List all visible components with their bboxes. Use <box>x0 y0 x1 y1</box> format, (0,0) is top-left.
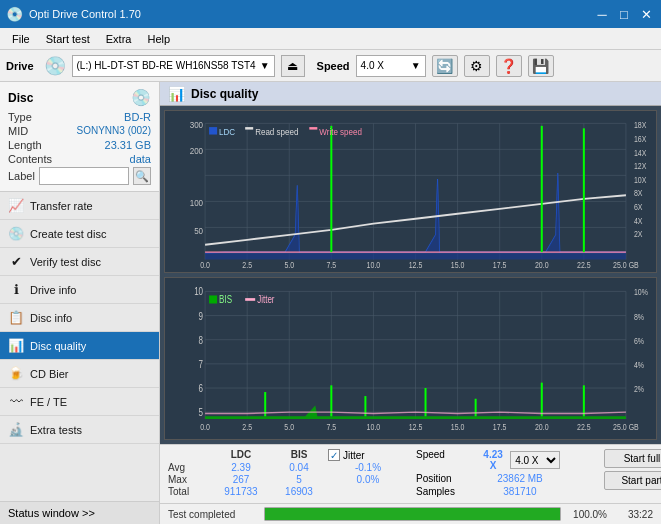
fe-te-icon: 〰 <box>8 394 24 409</box>
avg-bis: 0.04 <box>274 462 324 473</box>
svg-text:10: 10 <box>194 285 203 297</box>
svg-text:20.0: 20.0 <box>535 261 549 271</box>
sidebar-item-fe-te[interactable]: 〰 FE / TE <box>0 388 159 416</box>
window-controls: ─ □ ✕ <box>593 5 655 23</box>
avg-label: Avg <box>168 462 208 473</box>
stats-area: LDC BIS ✓ Jitter Avg 2.39 0.04 -0.1% Max… <box>160 444 661 503</box>
sidebar-item-drive-info[interactable]: ℹ Drive info <box>0 276 159 304</box>
jitter-checkbox[interactable]: ✓ <box>328 449 340 461</box>
sidebar-item-disc-quality[interactable]: 📊 Disc quality <box>0 332 159 360</box>
status-window-button[interactable]: Status window >> <box>0 501 159 524</box>
progress-fill <box>265 508 560 520</box>
samples-label: Samples <box>416 486 476 497</box>
action-buttons: Start full Start part <box>560 449 661 490</box>
svg-rect-50 <box>309 127 317 129</box>
sidebar-item-transfer-rate[interactable]: 📈 Transfer rate <box>0 192 159 220</box>
disc-info-icon: 📋 <box>8 310 24 325</box>
speed-selector[interactable]: 4.0 X ▼ <box>356 55 426 77</box>
stats-bis-header: BIS <box>274 449 324 461</box>
start-full-button[interactable]: Start full <box>604 449 661 468</box>
progress-time: 33:22 <box>613 509 653 520</box>
avg-ldc: 2.39 <box>212 462 270 473</box>
progress-row: Test completed 100.0% 33:22 <box>160 503 661 524</box>
svg-text:0.0: 0.0 <box>200 261 210 271</box>
svg-text:2.5: 2.5 <box>242 422 252 432</box>
svg-rect-52 <box>165 278 656 439</box>
total-bis: 16903 <box>274 486 324 497</box>
drive-value: (L:) HL-DT-ST BD-RE WH16NS58 TST4 <box>77 60 256 71</box>
sidebar-item-create-test-disc[interactable]: 💿 Create test disc <box>0 220 159 248</box>
position-label: Position <box>416 473 476 484</box>
svg-text:22.5: 22.5 <box>577 261 591 271</box>
total-ldc: 911733 <box>212 486 270 497</box>
disc-label: Disc <box>8 91 33 105</box>
ldc-chart: 300 200 100 50 18X 16X 14X 12X 10X 8X 6X… <box>164 110 657 273</box>
speed-label: Speed <box>317 60 350 72</box>
status-window-label: Status window >> <box>8 507 95 519</box>
speed-stat-val: 4.23 X 4.0 X 2.0 X MAX <box>480 449 560 471</box>
progress-percent: 100.0% <box>567 509 607 520</box>
help-button[interactable]: ❓ <box>496 55 522 77</box>
svg-text:300: 300 <box>190 120 203 131</box>
disc-length-row: Length 23.31 GB <box>8 139 151 151</box>
menu-extra[interactable]: Extra <box>98 31 140 47</box>
svg-text:7.5: 7.5 <box>326 261 336 271</box>
speed-combo[interactable]: 4.0 X 2.0 X MAX <box>510 451 560 469</box>
samples-val: 381710 <box>480 486 560 497</box>
menu-help[interactable]: Help <box>139 31 178 47</box>
eject-button[interactable]: ⏏ <box>281 55 305 77</box>
jitter-checkbox-row[interactable]: ✓ Jitter <box>328 449 408 461</box>
progress-status: Test completed <box>168 509 258 520</box>
refresh-button[interactable]: 🔄 <box>432 55 458 77</box>
max-jitter: 0.0% <box>328 474 408 485</box>
settings-button[interactable]: ⚙ <box>464 55 490 77</box>
sidebar: Disc 💿 Type BD-R MID SONYNN3 (002) Lengt… <box>0 82 160 524</box>
max-ldc: 267 <box>212 474 270 485</box>
minimize-button[interactable]: ─ <box>593 5 611 23</box>
svg-text:17.5: 17.5 <box>493 422 507 432</box>
svg-text:14X: 14X <box>634 148 647 158</box>
disc-quality-header: 📊 Disc quality <box>160 82 661 106</box>
app-icon: 💿 <box>6 6 23 22</box>
maximize-button[interactable]: □ <box>615 5 633 23</box>
svg-text:15.0: 15.0 <box>451 422 465 432</box>
svg-text:5.0: 5.0 <box>284 422 294 432</box>
svg-text:200: 200 <box>190 146 203 157</box>
close-button[interactable]: ✕ <box>637 5 655 23</box>
svg-text:12X: 12X <box>634 162 647 172</box>
sidebar-nav: 📈 Transfer rate 💿 Create test disc ✔ Ver… <box>0 192 159 501</box>
save-button[interactable]: 💾 <box>528 55 554 77</box>
title-bar: 💿 Opti Drive Control 1.70 ─ □ ✕ <box>0 0 661 28</box>
main-content: 📊 Disc quality <box>160 82 661 524</box>
disc-type-row: Type BD-R <box>8 111 151 123</box>
svg-text:2%: 2% <box>634 384 645 394</box>
svg-text:100: 100 <box>190 198 203 209</box>
menu-bar: File Start test Extra Help <box>0 28 661 50</box>
disc-mid-key: MID <box>8 125 28 137</box>
sidebar-item-extra-tests[interactable]: 🔬 Extra tests <box>0 416 159 444</box>
svg-text:10X: 10X <box>634 175 647 185</box>
svg-text:2.5: 2.5 <box>242 261 252 271</box>
disc-label-input[interactable] <box>39 167 129 185</box>
svg-text:Write speed: Write speed <box>319 126 362 137</box>
svg-text:5.0: 5.0 <box>284 261 294 271</box>
sidebar-item-cd-bier[interactable]: 🍺 CD Bier <box>0 360 159 388</box>
svg-rect-46 <box>209 127 217 134</box>
sidebar-item-label: Extra tests <box>30 424 82 436</box>
sidebar-item-label: CD Bier <box>30 368 69 380</box>
sidebar-item-verify-test-disc[interactable]: ✔ Verify test disc <box>0 248 159 276</box>
menu-start-test[interactable]: Start test <box>38 31 98 47</box>
menu-file[interactable]: File <box>4 31 38 47</box>
sidebar-item-label: Verify test disc <box>30 256 101 268</box>
drive-selector[interactable]: (L:) HL-DT-ST BD-RE WH16NS58 TST4 ▼ <box>72 55 275 77</box>
speed-value: 4.0 X <box>361 60 384 71</box>
disc-quality-header-icon: 📊 <box>168 86 185 102</box>
drive-info-icon: ℹ <box>8 282 24 297</box>
sidebar-item-disc-info[interactable]: 📋 Disc info <box>0 304 159 332</box>
disc-mid-row: MID SONYNN3 (002) <box>8 125 151 137</box>
disc-label-search-button[interactable]: 🔍 <box>133 167 151 185</box>
svg-rect-0 <box>165 111 656 272</box>
svg-text:6%: 6% <box>634 336 645 346</box>
svg-text:5: 5 <box>199 406 203 418</box>
start-part-button[interactable]: Start part <box>604 471 661 490</box>
